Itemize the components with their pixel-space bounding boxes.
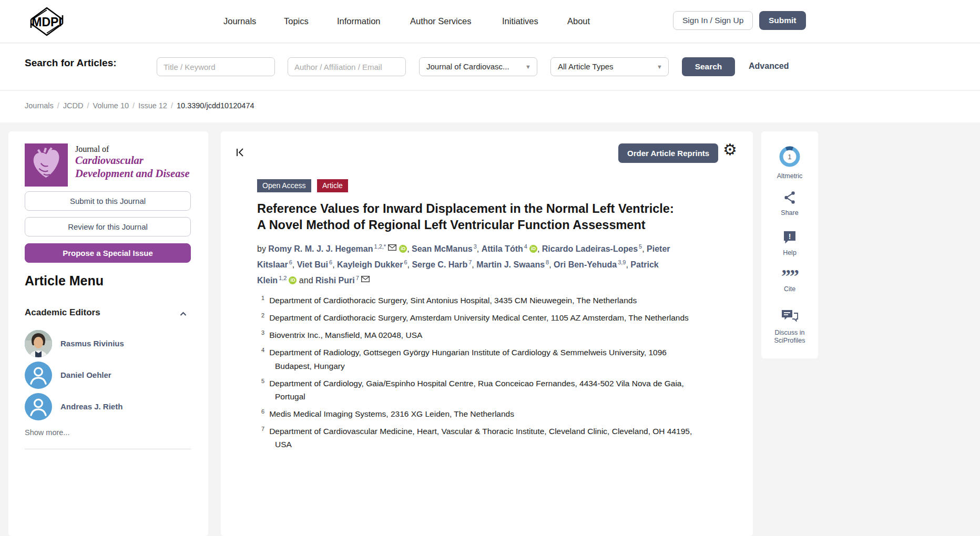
author-link[interactable]: Attila Tóth — [482, 244, 523, 253]
author: Ori Ben-Yehuda3,9, — [554, 260, 630, 269]
editor-photo-avatar — [25, 330, 52, 357]
search-button[interactable]: Search — [682, 57, 735, 76]
chevron-down-icon: ▼ — [525, 58, 531, 76]
editor-andreas-rieth[interactable]: Andreas J. Rieth — [25, 393, 191, 420]
nav-journals[interactable]: Journals — [223, 16, 256, 26]
affiliation-item: 6Medis Medical Imaging Systems, 2316 XG … — [261, 405, 698, 420]
top-header: MDPI Journals Topics Information Author … — [0, 0, 980, 43]
affiliation-item: 4Department of Radiology, Gottsegen Györ… — [261, 344, 698, 372]
orcid-icon[interactable]: iD — [289, 276, 297, 284]
breadcrumb-volume[interactable]: Volume 10 — [93, 101, 129, 110]
breadcrumb: Journals/JCDD/Volume 10/Issue 12/10.3390… — [25, 101, 254, 110]
svg-text:1: 1 — [788, 153, 792, 161]
journal-cover-logo[interactable] — [25, 143, 68, 187]
author-link[interactable]: Sean McManus — [412, 244, 473, 253]
author-link[interactable]: Ori Ben-Yehuda — [554, 260, 617, 269]
author: Rishi Puri7 — [315, 276, 370, 285]
article-badges: Open Access Article — [257, 179, 352, 192]
divider — [25, 449, 191, 449]
collapse-sidebar-icon[interactable] — [235, 147, 246, 160]
email-icon[interactable] — [361, 273, 370, 286]
author-link[interactable]: Martin J. Swaans — [476, 260, 545, 269]
editor-rasmus-rivinius[interactable]: Rasmus Rivinius — [25, 330, 191, 357]
submit-to-journal-button[interactable]: Submit to this Journal — [25, 191, 191, 211]
breadcrumb-jcdd[interactable]: JCDD — [63, 101, 84, 110]
academic-editors-section-toggle[interactable]: Academic Editors — [25, 307, 191, 318]
article-type-badge: Article — [317, 179, 348, 192]
author: Kayleigh Dukker6, — [337, 260, 412, 269]
affiliation-item: 3Bioventrix Inc., Mansfield, MA 02048, U… — [261, 326, 698, 342]
author: Martin J. Swaans8, — [476, 260, 554, 269]
propose-special-issue-button[interactable]: Propose a Special Issue — [25, 243, 191, 263]
nav-initiatives[interactable]: Initiatives — [502, 16, 538, 26]
advanced-search-link[interactable]: Advanced — [749, 61, 789, 71]
altmetric-widget[interactable]: 1 Altmetric — [761, 145, 818, 180]
review-for-journal-button[interactable]: Review for this Journal — [25, 217, 191, 236]
journal-select[interactable]: Journal of Cardiovasc... ▼ — [419, 57, 537, 76]
show-more-link[interactable]: Show more... — [25, 428, 69, 437]
cite-button[interactable]: ”” Cite — [761, 270, 818, 293]
breadcrumb-journals[interactable]: Journals — [25, 101, 54, 110]
altmetric-label: Altmetric — [761, 172, 818, 180]
author-link[interactable]: Viet Bui — [297, 260, 328, 269]
article-title: Reference Values for Inward Displacement… — [257, 201, 720, 233]
chat-bubbles-icon — [781, 309, 799, 325]
help-label: Help — [761, 249, 818, 257]
article-type-select[interactable]: All Article Types ▼ — [550, 57, 669, 76]
journal-sidebar: Journal of Cardiovascular Development an… — [8, 131, 208, 536]
quote-icon: ”” — [761, 270, 818, 283]
nav-information[interactable]: Information — [337, 16, 381, 26]
share-icon — [782, 190, 797, 205]
submit-button[interactable]: Submit — [759, 11, 806, 30]
orcid-icon[interactable]: iD — [529, 245, 537, 253]
affiliation-item: 2Department of Cardiothoracic Surgery, A… — [261, 309, 698, 324]
affiliation-item: 1Department of Cardiothoracic Surgery, S… — [261, 292, 698, 307]
open-access-badge: Open Access — [257, 179, 311, 192]
author: Sean McManus3, — [412, 244, 482, 253]
author: Ricardo Ladeiras-Lopes5, — [542, 244, 647, 253]
share-label: Share — [761, 209, 818, 217]
affiliation-item: 7Department of Cardiovascular Medicine, … — [261, 422, 698, 451]
search-label: Search for Articles: — [25, 57, 117, 69]
title-keyword-input[interactable] — [157, 57, 275, 76]
share-button[interactable]: Share — [761, 190, 818, 217]
affiliation-item: 5Department of Cardiology, Gaia/Espinho … — [261, 375, 698, 403]
author-link[interactable]: Ricardo Ladeiras-Lopes — [542, 244, 638, 253]
orcid-icon[interactable]: iD — [399, 245, 407, 253]
discuss-label: Discuss in SciProfiles — [761, 329, 818, 345]
gear-icon[interactable]: ⚙ — [723, 142, 737, 158]
author-link[interactable]: Rishi Puri — [315, 276, 355, 285]
article-menu-title: Article Menu — [25, 273, 104, 288]
cite-label: Cite — [761, 285, 818, 293]
author: Viet Bui6, — [297, 260, 337, 269]
svg-text:!: ! — [789, 232, 791, 241]
author-link[interactable]: Serge C. Harb — [412, 260, 467, 269]
author-link[interactable]: Romy R. M. J. J. Hegeman — [268, 244, 373, 253]
article-content: Order Article Reprints ⚙ Open Access Art… — [221, 131, 753, 536]
help-icon: ! — [782, 230, 797, 245]
chevron-up-icon — [180, 308, 187, 319]
order-reprints-button[interactable]: Order Article Reprints — [618, 143, 718, 163]
journal-name[interactable]: Journal of Cardiovascular Development an… — [75, 145, 190, 180]
author: Attila Tóth4iD, — [482, 244, 542, 253]
chevron-down-icon: ▼ — [657, 58, 662, 76]
editor-daniel-oehler[interactable]: Daniel Oehler — [25, 362, 191, 389]
main-nav: Journals Topics Information Author Servi… — [0, 0, 980, 43]
email-icon[interactable] — [388, 241, 396, 255]
search-bar: Search for Articles: Journal of Cardiova… — [0, 44, 980, 90]
discuss-button[interactable]: Discuss in SciProfiles — [761, 309, 818, 345]
nav-author-services[interactable]: Author Services — [410, 16, 471, 26]
breadcrumb-doi: 10.3390/jcdd10120474 — [177, 101, 254, 110]
author-list: by Romy R. M. J. J. Hegeman1,2,*iD, Sean… — [257, 240, 688, 287]
breadcrumb-row: Journals/JCDD/Volume 10/Issue 12/10.3390… — [0, 91, 980, 122]
help-button[interactable]: ! Help — [761, 230, 818, 257]
breadcrumb-issue[interactable]: Issue 12 — [138, 101, 167, 110]
author: Romy R. M. J. J. Hegeman1,2,*iD, — [268, 244, 412, 253]
author-affiliation-input[interactable] — [288, 57, 406, 76]
author-link[interactable]: Kayleigh Dukker — [337, 260, 403, 269]
author: Serge C. Harb7, — [412, 260, 476, 269]
sign-in-button[interactable]: Sign In / Sign Up — [673, 11, 753, 30]
nav-about[interactable]: About — [567, 16, 590, 26]
altmetric-donut-icon: 1 — [778, 145, 801, 168]
nav-topics[interactable]: Topics — [284, 16, 309, 26]
